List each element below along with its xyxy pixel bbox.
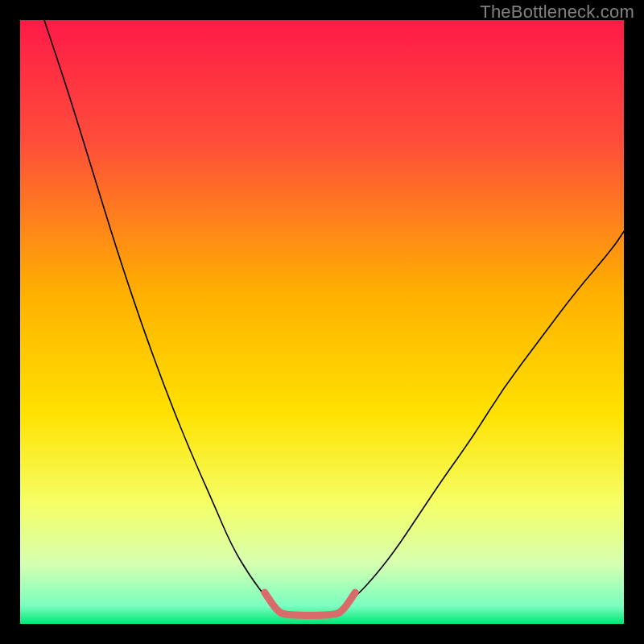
chart-background [20,20,624,624]
watermark-text: TheBottleneck.com [480,2,634,23]
bottleneck-chart [20,20,624,624]
chart-svg [20,20,624,624]
